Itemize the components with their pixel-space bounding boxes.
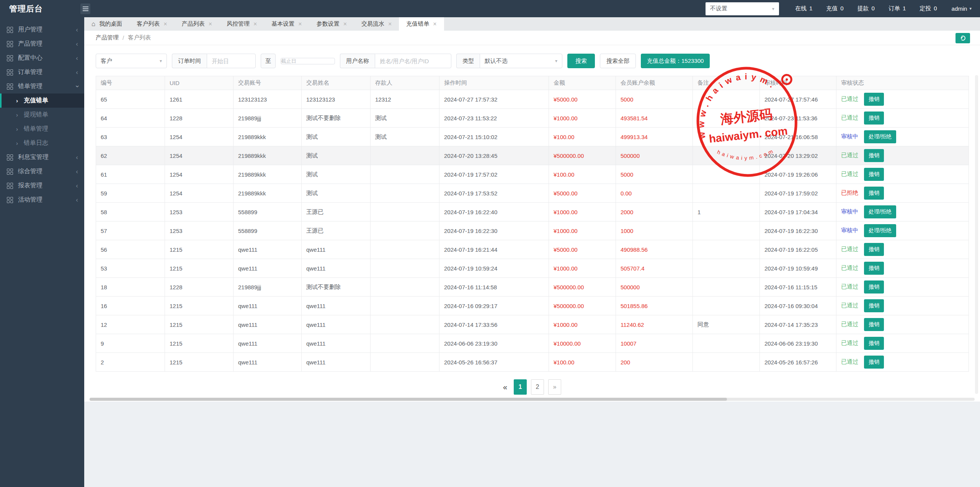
tab-close-icon[interactable]: × [433,21,436,28]
tab[interactable]: 充值错单 × [399,17,444,31]
sidebar-item[interactable]: 综合管理 ‹ [0,164,84,179]
username: admin [952,5,967,12]
status-badge: 审核中 [841,227,858,233]
header-stat[interactable]: 在线 1 [795,5,812,12]
page-item[interactable]: » [548,379,561,395]
type-select[interactable]: 默认不选 ▾ [480,54,562,68]
action-button[interactable]: 撤销 [864,262,884,275]
action-button[interactable]: 撤销 [864,337,884,350]
sidebar-item-label: 用户管理 [18,26,76,34]
search-button[interactable]: 搜索 [567,54,595,68]
sidebar-item[interactable]: › 充值错单 [0,93,84,108]
page-item[interactable]: 2 [531,379,544,395]
tab-close-icon[interactable]: × [298,21,302,28]
action-button[interactable]: 撤销 [864,149,884,162]
tab[interactable]: 产品列表 × [175,17,219,31]
user-menu[interactable]: admin ▾ [952,5,972,12]
tab[interactable]: ⌂ 我的桌面 [84,17,129,31]
cell-depositor [371,278,439,297]
column-header: 操作时间 [439,76,549,90]
sidebar-item[interactable]: 活动管理 ‹ [0,193,84,207]
sidebar-item[interactable]: 报表管理 ‹ [0,179,84,193]
tab[interactable]: 风控管理 × [219,17,264,31]
sidebar-item[interactable]: 用户管理 ‹ [0,23,84,37]
customer-select[interactable]: 客户 ▾ [96,54,167,68]
action-button[interactable]: 处理/拒绝 [864,224,896,237]
breadcrumb-parent[interactable]: 产品管理 [96,34,119,41]
end-date-input[interactable] [281,58,335,64]
action-button[interactable]: 处理/拒绝 [864,130,896,143]
cell-status: 已通过 撤销 [836,165,969,184]
horizontal-scrollbar[interactable] [90,398,975,401]
header-stat[interactable]: 充值 0 [826,5,843,12]
cell-amount: ¥10000.00 [549,334,616,353]
cell-remark [693,259,760,278]
sidebar-item[interactable]: 产品管理 ‹ [0,37,84,51]
column-header: 交易姓名 [302,76,371,90]
cell-audit-time: 2024-07-19 16:22:05 [760,240,836,259]
vertical-scrollbar[interactable] [975,75,978,394]
scrollbar-thumb[interactable] [90,398,727,401]
arrow-right-icon: › [16,126,18,132]
action-button[interactable]: 撤销 [864,356,884,369]
cell-name: qwe111 [302,315,371,334]
page-item[interactable]: 1 [514,379,527,395]
breadcrumb: 产品管理 / 客户列表 [84,31,980,45]
sidebar-item[interactable]: 订单管理 ‹ [0,65,84,79]
refresh-button[interactable] [956,33,970,43]
table-row: 61 1254 219889kkk 测试 2024-07-19 17:57:02… [96,165,969,184]
tab-close-icon[interactable]: × [253,21,257,28]
action-button[interactable]: 撤销 [864,243,884,256]
action-button[interactable]: 撤销 [864,318,884,331]
action-button[interactable]: 处理/拒绝 [864,205,896,218]
table-row: 63 1254 219889kkk 测试 测试 2024-07-21 15:10… [96,128,969,146]
cell-remark [693,165,760,184]
cell-balance: 505707.4 [616,259,693,278]
cell-balance: 2000 [616,203,693,221]
action-button[interactable]: 撤销 [864,112,884,125]
sidebar-item[interactable]: 利息宝管理 ‹ [0,150,84,164]
sidebar-item[interactable]: › 提现错单 [0,108,84,122]
cell-op-time: 2024-07-19 17:53:52 [439,184,549,203]
tab-label: 产品列表 [182,20,205,28]
action-button[interactable]: 撤销 [864,187,884,200]
header-stat[interactable]: 订单 1 [889,5,906,12]
hamburger-icon [83,8,88,9]
action-button[interactable]: 撤销 [864,299,884,312]
sidebar-item[interactable]: 配置中心 ‹ [0,51,84,65]
search-all-button[interactable]: 搜索全部 [600,54,636,68]
chevron-icon: ‹ [76,182,78,189]
sidebar-item[interactable]: 错单管理 ‹ [0,79,84,93]
tab-close-icon[interactable]: × [343,21,347,28]
sidebar-item[interactable]: › 错单日志 [0,136,84,150]
header-stat[interactable]: 提款 0 [858,5,875,12]
sidebar-item[interactable]: › 错单管理 [0,122,84,136]
tab[interactable]: 基本设置 × [264,17,309,31]
cell-depositor [371,315,439,334]
status-badge: 已通过 [841,339,858,346]
header-stat[interactable]: 定投 0 [920,5,937,12]
cell-id: 16 [96,297,165,315]
table-row: 53 1215 qwe111 qwe111 2024-07-19 10:59:2… [96,259,969,278]
grid-icon [7,169,13,175]
tab-close-icon[interactable]: × [388,21,392,28]
page-item[interactable]: « [503,383,507,392]
sidebar-toggle-button[interactable] [80,3,90,14]
username-input[interactable] [375,54,451,68]
tab-close-icon[interactable]: × [209,21,212,28]
action-button[interactable]: 撤销 [864,93,884,106]
refresh-icon [960,36,965,41]
action-button[interactable]: 撤销 [864,168,884,181]
tab[interactable]: 交易流水 × [354,17,399,31]
cell-audit-time: 2024-07-20 13:29:02 [760,146,836,165]
tab[interactable]: 客户列表 × [129,17,174,31]
cell-amount: ¥100.00 [549,128,616,146]
cell-uid: 1215 [165,353,234,372]
tab-close-icon[interactable]: × [163,21,167,28]
cell-audit-time: 2024-07-19 17:04:34 [760,203,836,221]
grid-icon [7,69,13,75]
env-select[interactable]: 不设置 ▾ [706,2,779,15]
action-button[interactable]: 撤销 [864,280,884,294]
tab[interactable]: 参数设置 × [309,17,354,31]
start-date-input[interactable] [207,54,256,68]
